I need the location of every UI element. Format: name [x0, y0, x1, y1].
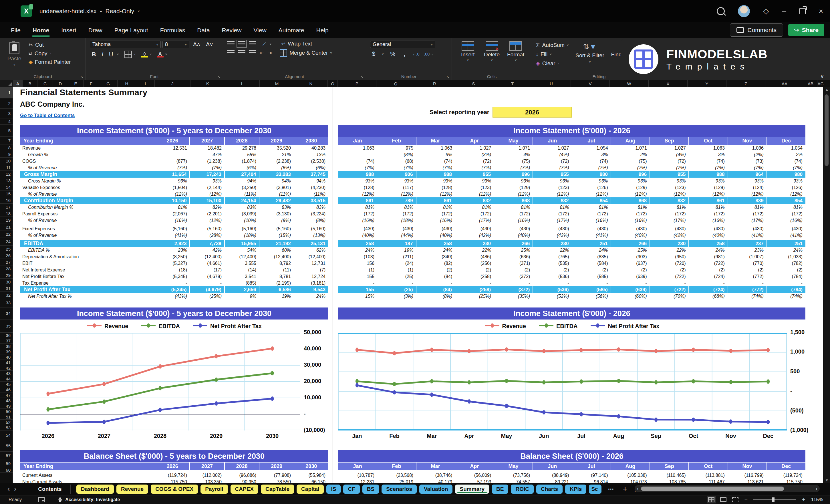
cell[interactable]: 2%: [611, 152, 650, 157]
row-header-10[interactable]: 10: [0, 158, 12, 164]
row-label[interactable]: % of Revenue: [20, 218, 155, 223]
sheet-tab-charts[interactable]: Charts: [536, 484, 563, 494]
cell[interactable]: 94%: [225, 179, 259, 184]
cell[interactable]: 955: [650, 171, 689, 178]
sheet-tab-be[interactable]: BE: [492, 484, 508, 494]
cell[interactable]: -: [650, 281, 689, 286]
cell[interactable]: 42%: [190, 248, 225, 253]
column-header[interactable]: Jul: [572, 463, 611, 470]
cell[interactable]: (18%): [225, 233, 259, 238]
cell[interactable]: 25%: [494, 248, 533, 253]
column-header[interactable]: 2027: [190, 463, 225, 470]
cell[interactable]: 33,283: [259, 171, 294, 178]
cell[interactable]: (40%): [338, 233, 377, 238]
row-header-54[interactable]: 54: [0, 431, 12, 440]
column-header-O[interactable]: O: [328, 80, 338, 87]
monthly-income-statement-table[interactable]: Income Statement ($'000) - 2026JanFebMar…: [338, 125, 805, 300]
row-header-43[interactable]: 43: [0, 371, 12, 376]
cell[interactable]: (636): [494, 254, 533, 259]
cell[interactable]: 24%: [767, 248, 805, 253]
cell[interactable]: (12%): [767, 192, 805, 197]
cell[interactable]: (5,160): [155, 226, 190, 231]
cell[interactable]: (981): [689, 254, 728, 259]
row-header-1[interactable]: 1: [0, 87, 12, 98]
cell[interactable]: (877): [155, 159, 190, 164]
cell[interactable]: 251: [572, 240, 611, 247]
cell[interactable]: -: [533, 281, 572, 286]
row-header-5[interactable]: 5: [0, 125, 12, 137]
cell[interactable]: 6,586: [259, 286, 294, 293]
cell[interactable]: 1,027: [455, 146, 494, 151]
cell[interactable]: (1,238): [190, 159, 225, 164]
cell[interactable]: (13%): [294, 233, 328, 238]
cell[interactable]: (18): [155, 267, 190, 273]
column-header[interactable]: Sep: [650, 137, 689, 145]
cell[interactable]: (7%): [494, 165, 533, 170]
column-header-AB[interactable]: AB: [804, 80, 818, 87]
share-button[interactable]: ↪ Share: [788, 24, 824, 36]
row-label[interactable]: Net Interest Expense: [20, 267, 155, 273]
cell[interactable]: 955: [455, 171, 494, 178]
cell[interactable]: 21%: [259, 152, 294, 157]
cell[interactable]: 23%: [155, 248, 190, 253]
cell[interactable]: 230: [533, 240, 572, 247]
cell[interactable]: (124): [728, 185, 767, 190]
cell[interactable]: (2): [767, 267, 805, 273]
borders-button[interactable]: [124, 51, 132, 58]
cell[interactable]: (772): [728, 274, 767, 279]
cell[interactable]: 93%: [572, 179, 611, 184]
column-header[interactable]: Aug: [611, 137, 650, 145]
column-header[interactable]: Aug: [611, 463, 650, 470]
cell[interactable]: 83%: [225, 205, 259, 210]
cell[interactable]: 988: [416, 171, 455, 178]
cell[interactable]: (16%): [572, 218, 611, 223]
cell[interactable]: (2): [494, 267, 533, 273]
cell[interactable]: 81%: [728, 205, 767, 210]
cell[interactable]: (52%): [533, 294, 572, 299]
cell[interactable]: 230: [455, 240, 494, 247]
sort-filter-button[interactable]: ⇅▼ Sort & Filter˅: [575, 42, 604, 68]
insert-cells-button[interactable]: Insert˅: [456, 41, 480, 62]
cell[interactable]: 854: [767, 197, 805, 204]
column-header[interactable]: Apr: [455, 463, 494, 470]
column-header-L[interactable]: L: [225, 80, 260, 87]
cell[interactable]: (74): [689, 159, 728, 164]
cell[interactable]: 258: [689, 240, 728, 247]
cell[interactable]: 955: [533, 171, 572, 178]
row-label[interactable]: EBITDA: [20, 240, 155, 247]
menu-tab-home[interactable]: Home: [32, 25, 50, 35]
cell[interactable]: (73,756): [494, 473, 533, 478]
cell[interactable]: (97,140): [572, 473, 611, 478]
fill-button[interactable]: ⤓Fill˅: [536, 50, 569, 59]
column-header[interactable]: Year Ending: [20, 463, 155, 470]
row-header-42[interactable]: 42: [0, 365, 12, 371]
cell[interactable]: 7,739: [190, 240, 225, 247]
cell[interactable]: (60%): [611, 294, 650, 299]
cell[interactable]: (16%): [155, 218, 190, 223]
cell[interactable]: 996: [611, 171, 650, 178]
row-header-33[interactable]: 33: [0, 298, 12, 308]
cell[interactable]: 60%: [259, 248, 294, 253]
row-header-11[interactable]: 11: [0, 164, 12, 171]
zoom-out-button[interactable]: −: [744, 497, 747, 503]
cell[interactable]: 83%: [259, 205, 294, 210]
alignment-dialog-launcher[interactable]: ↘: [360, 75, 363, 79]
cell[interactable]: 22%: [455, 248, 494, 253]
avatar[interactable]: [738, 5, 750, 17]
zoom-slider-thumb[interactable]: [772, 497, 774, 502]
select-year-cell[interactable]: 2026: [492, 107, 572, 118]
vertical-scroll-thumb[interactable]: [825, 94, 829, 166]
fill-color-button[interactable]: ◊: [141, 51, 148, 58]
row-header-9[interactable]: 9: [0, 151, 12, 158]
cell[interactable]: (3%): [377, 294, 416, 299]
cell[interactable]: (77,908): [259, 473, 294, 478]
cell[interactable]: (23,568): [377, 473, 416, 478]
cell[interactable]: (12%): [190, 192, 225, 197]
row-header-12[interactable]: 12: [0, 171, 12, 177]
cell[interactable]: 1,054: [767, 146, 805, 151]
cell[interactable]: (430): [455, 226, 494, 231]
delete-cells-button[interactable]: × Delete˅: [480, 41, 504, 62]
row-header-52[interactable]: 52: [0, 420, 12, 425]
row-header-46[interactable]: 46: [0, 387, 12, 392]
row-label[interactable]: Net Profit Before Tax: [20, 274, 155, 279]
